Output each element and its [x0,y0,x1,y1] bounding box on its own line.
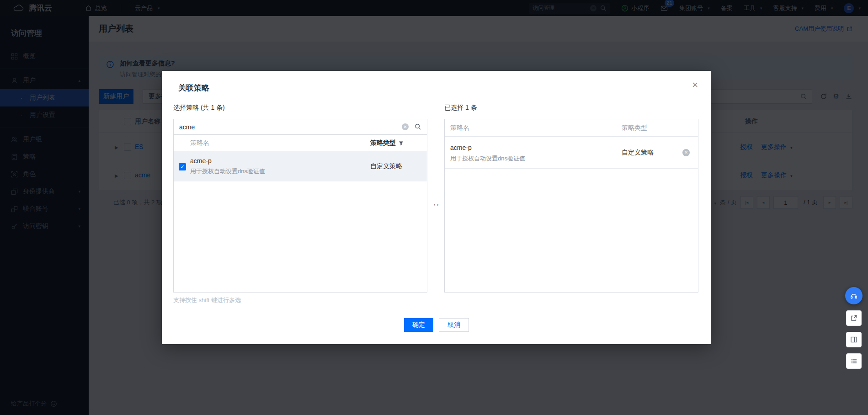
policy-row[interactable]: ✓ acme-p 用于授权自动设置dns验证值 自定义策略 [174,151,427,181]
share-icon [850,314,857,322]
column-policy-type-label: 策略类型 [370,139,396,147]
policy-description: 用于授权自动设置dns验证值 [450,154,525,163]
column-policy-type: 策略类型 [622,124,647,132]
search-icon[interactable] [415,123,421,130]
support-chat-button[interactable] [845,287,863,304]
column-policy-name: 策略名 [190,139,209,147]
associate-policy-modal: 关联策略 × 选择策略 (共 1 条) 已选择 1 条 ✕ 策略名 策略类型 [162,71,711,344]
floating-toolbar [845,287,863,369]
selected-count-label: 已选择 1 条 [444,104,477,112]
column-policy-name: 策略名 [450,124,469,132]
column-policy-type: 策略类型 [370,139,404,147]
transfer-arrows-icon: ↔ [432,199,440,208]
cancel-button[interactable]: 取消 [439,318,469,332]
docs-panel-button[interactable] [846,332,862,347]
headset-icon [850,292,858,300]
policy-name: acme-p [190,157,212,165]
share-button[interactable] [846,310,862,326]
policy-table-header: 策略名 策略类型 [174,135,427,151]
policy-type: 自定义策略 [622,149,654,157]
clear-search-icon[interactable]: ✕ [402,123,409,130]
policy-checkbox-checked[interactable]: ✓ [179,163,186,170]
policy-search-input[interactable] [179,123,402,131]
policy-type: 自定义策略 [370,162,402,170]
policy-name: acme-p [450,144,472,151]
multi-select-hint: 支持按住 shift 键进行多选 [173,296,241,304]
select-policy-label: 选择策略 (共 1 条) [173,104,225,112]
policy-description: 用于授权自动设置dns验证值 [190,167,265,176]
modal-title: 关联策略 [178,83,209,93]
list-icon [850,357,857,365]
console-app: 腾讯云 总览 云产品 ▾ ✕ [0,0,868,415]
policy-selected-panel: 策略名 策略类型 acme-p 用于授权自动设置dns验证值 自定义策略 ✕ [444,119,698,293]
selected-policy-row: acme-p 用于授权自动设置dns验证值 自定义策略 ✕ [445,137,698,169]
list-panel-button[interactable] [846,353,862,369]
columns-icon [850,336,857,343]
confirm-button[interactable]: 确定 [404,318,433,332]
filter-icon[interactable] [399,141,404,146]
policy-source-panel: ✕ 策略名 策略类型 ✓ acme-p 用于授权自动设置dns验证值 自定义策略 [173,119,427,293]
policy-table-header: 策略名 策略类型 [445,119,698,137]
policy-search-box: ✕ [174,119,427,135]
remove-policy-icon[interactable]: ✕ [682,149,690,156]
close-icon[interactable]: × [692,80,698,90]
